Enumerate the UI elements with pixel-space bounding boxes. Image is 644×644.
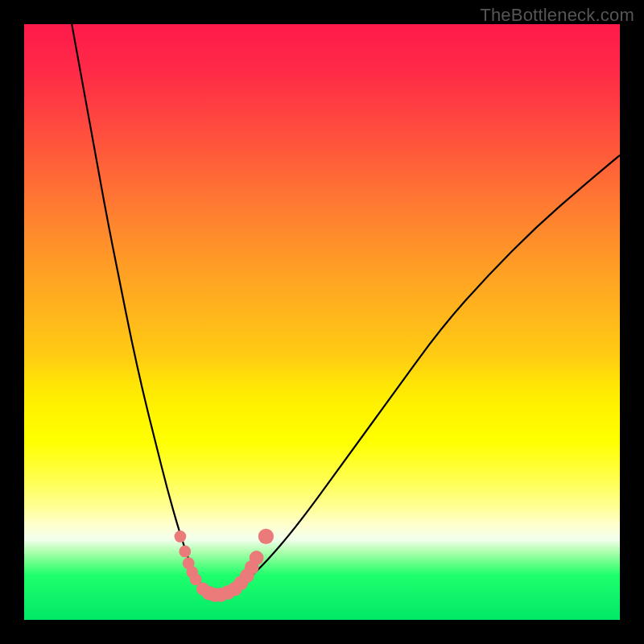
curve-marker: [258, 529, 274, 544]
bottleneck-curve: [72, 24, 620, 595]
curve-marker: [179, 546, 191, 558]
curve-markers: [175, 529, 275, 602]
curve-marker: [175, 530, 187, 543]
plot-area: [24, 24, 620, 620]
curve-marker: [250, 551, 264, 565]
watermark-text: TheBottleneck.com: [480, 5, 634, 26]
chart-svg: [24, 24, 620, 620]
outer-frame: TheBottleneck.com: [0, 0, 644, 644]
